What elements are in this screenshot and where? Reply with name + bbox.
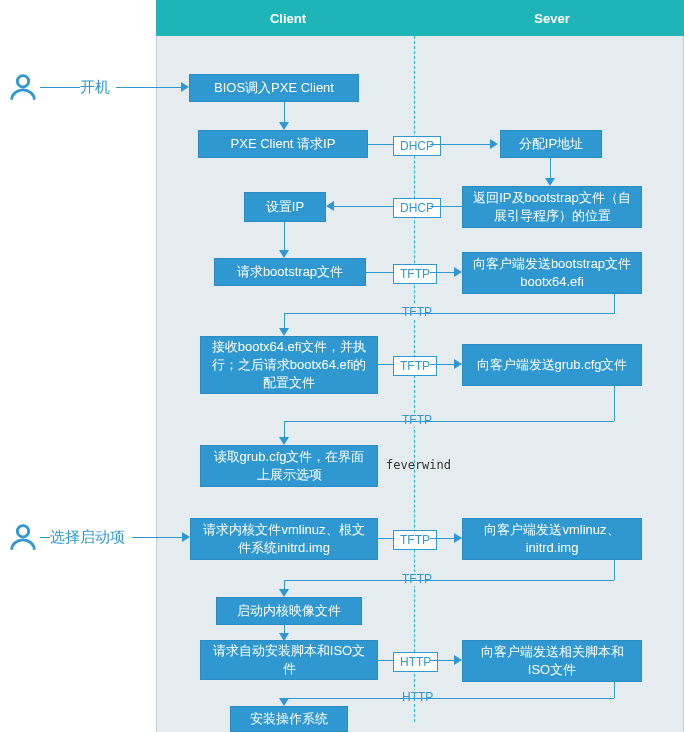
arrow-head bbox=[279, 437, 289, 445]
header-client: Client bbox=[156, 0, 420, 36]
arrow-head bbox=[279, 122, 289, 130]
node-bios-pxe: BIOS调入PXE Client bbox=[189, 74, 359, 102]
arrow-line bbox=[132, 537, 182, 538]
arrow-line bbox=[284, 222, 285, 250]
arrow-line bbox=[378, 660, 393, 661]
node-set-ip: 设置IP bbox=[244, 192, 326, 222]
node-pxe-request-ip: PXE Client 请求IP bbox=[198, 130, 368, 158]
node-send-kernel: 向客户端发送vmlinuz、initrd.img bbox=[462, 518, 642, 560]
arrow-line bbox=[614, 682, 615, 698]
proto-tftp-5: TFTP bbox=[393, 530, 437, 550]
user-icon bbox=[6, 520, 40, 557]
arrow-line bbox=[430, 144, 490, 145]
arrow-line bbox=[614, 294, 615, 314]
arrow-head bbox=[490, 139, 498, 149]
arrow-line bbox=[284, 421, 614, 422]
proto-tftp-2: TFTP bbox=[398, 305, 436, 319]
arrow-line bbox=[40, 537, 50, 538]
node-send-bootstrap: 向客户端发送bootstrap文件bootx64.efi bbox=[462, 252, 642, 294]
arrow-line bbox=[430, 206, 462, 207]
node-request-bootstrap: 请求bootstrap文件 bbox=[214, 258, 366, 286]
proto-http-2: HTTP bbox=[398, 690, 437, 704]
arrow-head bbox=[545, 178, 555, 186]
proto-tftp-3: TFTP bbox=[393, 356, 437, 376]
node-receive-bootx64: 接收bootx64.efi文件，并执行；之后请求bootx64.efi的配置文件 bbox=[200, 336, 378, 394]
proto-tftp-4: TFTP bbox=[398, 413, 436, 427]
watermark: feverwind bbox=[386, 458, 451, 472]
arrow-head bbox=[279, 698, 289, 706]
node-send-grubcfg: 向客户端发送grub.cfg文件 bbox=[462, 344, 642, 386]
select-boot-label: 选择启动项 bbox=[50, 528, 125, 547]
arrow-line bbox=[378, 538, 393, 539]
arrow-line bbox=[284, 102, 285, 122]
poweron-label: 开机 bbox=[80, 78, 110, 97]
arrow-line bbox=[378, 364, 393, 365]
proto-tftp-1: TFTP bbox=[393, 264, 437, 284]
arrow-head bbox=[279, 633, 289, 641]
node-alloc-ip: 分配IP地址 bbox=[500, 130, 602, 158]
arrow-head bbox=[181, 82, 189, 92]
arrow-line bbox=[284, 625, 285, 633]
svg-point-1 bbox=[17, 526, 28, 537]
arrow-line bbox=[40, 87, 80, 88]
node-request-script-iso: 请求自动安装脚本和ISO文件 bbox=[200, 640, 378, 680]
arrow-line bbox=[284, 580, 285, 589]
arrow-line bbox=[116, 87, 181, 88]
arrow-line bbox=[550, 158, 551, 178]
svg-point-0 bbox=[17, 76, 28, 87]
proto-tftp-6: TFTP bbox=[398, 572, 436, 586]
arrow-head bbox=[279, 328, 289, 336]
arrow-head bbox=[279, 250, 289, 258]
proto-dhcp-2: DHCP bbox=[393, 198, 441, 218]
node-boot-kernel-image: 启动内核映像文件 bbox=[216, 597, 362, 625]
arrow-head bbox=[182, 532, 190, 542]
diagram-header: Client Sever bbox=[156, 0, 684, 36]
arrow-line bbox=[284, 313, 614, 314]
arrow-line bbox=[284, 698, 614, 699]
node-read-grubcfg: 读取grub.cfg文件，在界面上展示选项 bbox=[200, 445, 378, 487]
arrow-head bbox=[454, 533, 462, 543]
arrow-head bbox=[279, 589, 289, 597]
arrow-head bbox=[454, 655, 462, 665]
arrow-line bbox=[430, 538, 454, 539]
node-install-os: 安装操作系统 bbox=[230, 706, 348, 732]
arrow-line bbox=[284, 313, 285, 328]
node-return-ip-bootstrap: 返回IP及bootstrap文件（自展引导程序）的位置 bbox=[462, 186, 642, 228]
arrow-line bbox=[334, 206, 393, 207]
node-send-script-iso: 向客户端发送相关脚本和ISO文件 bbox=[462, 640, 642, 682]
arrow-line bbox=[614, 386, 615, 421]
arrow-line bbox=[430, 660, 454, 661]
arrow-line bbox=[614, 560, 615, 580]
arrow-line bbox=[430, 364, 454, 365]
proto-http-1: HTTP bbox=[393, 652, 438, 672]
arrow-head bbox=[454, 359, 462, 369]
proto-dhcp-1: DHCP bbox=[393, 136, 441, 156]
header-server: Sever bbox=[420, 0, 684, 36]
node-request-kernel: 请求内核文件vmlinuz、根文件系统initrd.img bbox=[190, 518, 378, 560]
arrow-line bbox=[368, 144, 393, 145]
arrow-line bbox=[366, 272, 393, 273]
arrow-line bbox=[284, 421, 285, 437]
arrow-head bbox=[454, 267, 462, 277]
arrow-line bbox=[284, 580, 614, 581]
user-icon bbox=[6, 70, 40, 107]
arrow-line bbox=[430, 272, 454, 273]
arrow-head bbox=[326, 201, 334, 211]
